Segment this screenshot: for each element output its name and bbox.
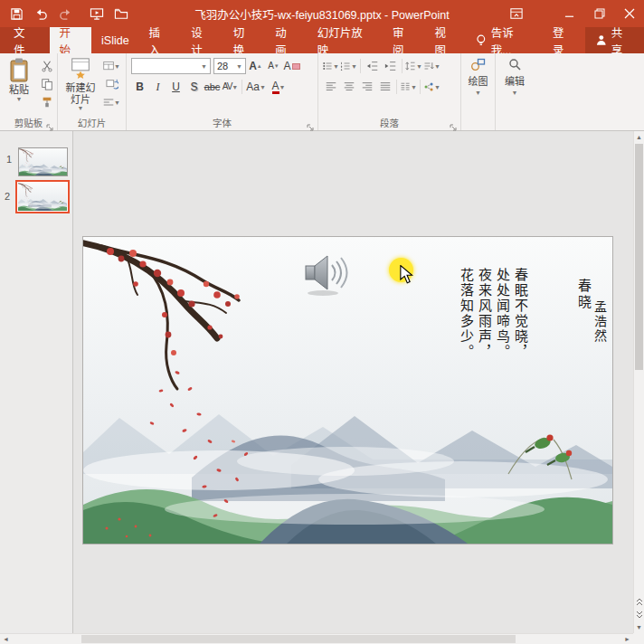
horizontal-scrollbar[interactable]: ◄ ► [0, 633, 633, 644]
copy-button[interactable] [38, 76, 55, 92]
scroll-left-arrow[interactable]: ◄ [0, 634, 12, 644]
section-button[interactable]: ▼ [103, 94, 120, 110]
grow-arrow-icon: ▲ [257, 63, 262, 69]
editing-group: 编辑 ▼ [496, 53, 534, 130]
new-slide-button[interactable]: 新建幻灯片 ▼ [61, 57, 100, 111]
text-shadow-button[interactable]: S [185, 79, 203, 95]
paste-icon [8, 57, 30, 82]
justify-icon [379, 80, 392, 93]
tell-me-button[interactable]: 告诉我... [467, 27, 542, 53]
bold-button[interactable]: B [131, 79, 148, 95]
vertical-scrollbar[interactable]: ▲ ▼ [633, 131, 644, 633]
slide-1-number: 1 [6, 154, 12, 165]
undo-button[interactable] [33, 5, 49, 22]
increase-indent-button[interactable] [382, 58, 399, 74]
slide-thumbnail-panel: 1 2 [0, 131, 73, 633]
save-button[interactable] [8, 5, 24, 22]
align-left-icon [325, 80, 337, 93]
copy-icon [41, 78, 53, 90]
clipboard-dialog-launcher[interactable] [46, 119, 55, 128]
italic-button[interactable]: I [149, 79, 166, 95]
cut-button[interactable] [38, 58, 55, 74]
open-file-button[interactable] [113, 5, 129, 22]
align-center-icon [343, 80, 355, 93]
clear-formatting-button[interactable]: A [283, 58, 300, 74]
editing-button[interactable]: 编辑 ▼ [496, 57, 534, 96]
reset-button[interactable] [103, 76, 120, 92]
font-size-combo[interactable]: 28▼ [213, 58, 246, 74]
font-name-combo[interactable]: ▼ [131, 58, 211, 74]
minimize-icon [564, 9, 574, 19]
redo-button[interactable] [57, 5, 73, 22]
tab-islide[interactable]: iSlide [91, 27, 139, 53]
tab-file[interactable]: 文件 [0, 27, 50, 53]
horizontal-scrollbar-thumb[interactable] [81, 635, 516, 643]
undo-icon [34, 7, 48, 21]
tab-transitions[interactable]: 切换 [223, 27, 266, 53]
font-color-button[interactable]: A▼ [268, 79, 289, 95]
tab-animations[interactable]: 动画 [265, 27, 308, 53]
start-slideshow-button[interactable] [89, 5, 105, 22]
align-left-button[interactable] [322, 79, 339, 95]
poem-author-textbox[interactable]: 孟浩然 [591, 300, 609, 344]
poem-line: 处处闻啼鸟。 [493, 268, 511, 360]
paragraph-dialog-launcher[interactable] [450, 119, 459, 128]
scroll-up-arrow[interactable]: ▲ [634, 131, 644, 143]
search-icon [507, 57, 522, 71]
save-icon [10, 7, 24, 21]
vertical-scrollbar-thumb[interactable] [635, 144, 643, 370]
quick-access-toolbar [8, 5, 129, 22]
underline-button[interactable]: U [167, 79, 185, 95]
paste-button[interactable]: 粘贴 ▼ [3, 57, 35, 102]
change-case-button[interactable]: Aa▼ [245, 79, 267, 95]
bullets-button[interactable]: ▼ [322, 58, 339, 74]
tab-design[interactable]: 设计 [181, 27, 223, 53]
drawing-dropdown-caret: ▼ [475, 90, 481, 96]
slide-2-number: 2 [5, 191, 10, 202]
sign-in-button[interactable]: 登录 [542, 27, 585, 53]
tab-view[interactable]: 视图 [424, 27, 467, 53]
poem-line: 花落知多少。 [457, 268, 475, 360]
slide-2-editing-surface[interactable]: 春眠不觉晓， 处处闻啼鸟。 夜来风雨声， 花落知多少。 春晓 孟浩然 [83, 237, 612, 544]
decrease-indent-icon [366, 60, 379, 72]
paste-dropdown-caret[interactable]: ▼ [16, 96, 23, 102]
align-right-button[interactable] [358, 79, 375, 95]
section-icon [103, 97, 114, 108]
layout-button[interactable]: ▼ [103, 58, 120, 74]
share-button[interactable]: 共享 [585, 27, 644, 53]
next-slide-button[interactable] [634, 609, 644, 620]
tab-review[interactable]: 审阅 [383, 27, 425, 53]
tab-insert[interactable]: 插入 [139, 27, 182, 53]
strikethrough-button[interactable]: abc [204, 79, 221, 95]
audio-speaker-icon[interactable] [300, 251, 353, 297]
character-spacing-button[interactable]: AV▼ [222, 79, 239, 95]
shrink-font-button[interactable]: A▼ [265, 58, 282, 74]
scroll-down-arrow[interactable]: ▼ [634, 621, 644, 633]
drawing-button[interactable]: 绘图 ▼ [461, 57, 495, 96]
slide-1-thumbnail[interactable] [18, 147, 68, 176]
align-center-button[interactable] [340, 79, 357, 95]
text-direction-icon [423, 60, 434, 72]
columns-button[interactable]: ▼ [400, 79, 417, 95]
tab-slideshow[interactable]: 幻灯片放映 [308, 27, 383, 53]
eraser-icon [292, 63, 300, 70]
slide-1-thumbnail-art [19, 148, 67, 175]
tab-home[interactable]: 开始 [50, 27, 92, 53]
convert-smartart-button[interactable]: ▼ [423, 79, 440, 95]
previous-slide-button[interactable] [634, 596, 644, 608]
poem-textbox[interactable]: 春眠不觉晓， 处处闻啼鸟。 夜来风雨声， 花落知多少。 [457, 268, 529, 360]
grow-font-button[interactable]: A▲ [247, 58, 264, 74]
format-painter-button[interactable] [38, 94, 55, 110]
scroll-right-arrow[interactable]: ► [621, 634, 633, 644]
decrease-indent-button[interactable] [364, 58, 381, 74]
font-group: ▼ 28▼ A▲ A▼ A B I U S abc AV▼ Aa▼ A▼ 字体 [127, 53, 318, 130]
font-dialog-launcher[interactable] [307, 119, 316, 128]
slide-2-thumbnail[interactable] [15, 180, 70, 213]
text-direction-button[interactable]: ▼ [423, 58, 440, 74]
restore-button[interactable] [584, 0, 614, 27]
editing-canvas[interactable]: 春眠不觉晓， 处处闻啼鸟。 夜来风雨声， 花落知多少。 春晓 孟浩然 [73, 131, 633, 633]
new-slide-dropdown-caret[interactable]: ▼ [78, 105, 84, 111]
numbering-button[interactable]: ▼ [340, 58, 357, 74]
line-spacing-button[interactable]: ▼ [405, 58, 422, 74]
justify-button[interactable] [376, 79, 393, 95]
